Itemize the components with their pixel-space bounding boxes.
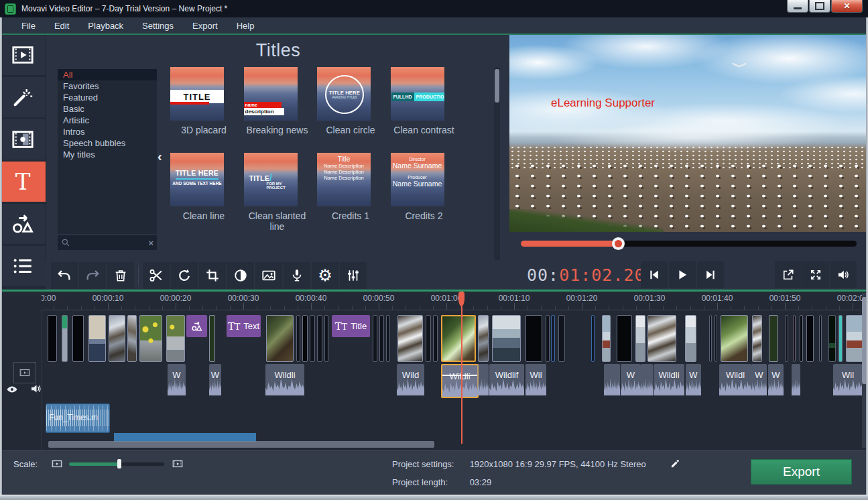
audio-segment[interactable]: Wil [525,364,546,395]
video-clip[interactable] [709,315,712,362]
sidebar-tool-track-tools[interactable] [0,246,46,286]
video-clip[interactable] [591,315,595,362]
playhead-marker[interactable] [458,292,464,306]
track-filmstrip-button[interactable] [13,362,36,383]
audio-segment[interactable]: W [621,364,641,395]
toolbar-crop-button[interactable] [199,262,226,289]
search-box[interactable]: × [58,235,157,250]
audio-segment[interactable]: W [686,364,701,395]
video-clip[interactable] [48,315,57,362]
video-clip[interactable] [302,315,308,362]
maximize-button[interactable] [809,0,830,13]
video-clip[interactable] [209,315,215,362]
selected-video-clip[interactable] [441,315,476,362]
video-clip[interactable] [324,315,328,362]
music-clip[interactable]: Fun_Times.m [46,403,110,433]
audio-segment[interactable]: W [209,364,221,395]
video-clip[interactable] [310,315,315,362]
toolbar-rotate-button[interactable] [171,262,198,289]
video-clip[interactable] [492,315,521,362]
template-card-news[interactable]: namedescriptionBreaking news [244,67,311,135]
scale-slider-handle[interactable] [117,459,121,468]
menu-item-help[interactable]: Help [227,19,264,33]
seek-handle[interactable] [612,237,625,250]
video-clip[interactable] [819,315,822,362]
seek-bar[interactable] [521,241,857,247]
video-clip[interactable] [433,315,438,362]
video-clip[interactable] [525,315,542,362]
video-clip[interactable] [127,315,137,362]
audio-segment[interactable]: Wildl [719,364,751,395]
category-intros[interactable]: Intros [58,126,157,137]
video-clip[interactable] [139,315,162,362]
track-visibility-eye-icon[interactable] [6,383,18,394]
video-clip[interactable] [296,315,300,362]
zoom-in-film-icon[interactable] [172,458,184,470]
clear-search-icon[interactable]: × [148,238,153,248]
audio-segment[interactable]: Wildli [654,364,684,395]
video-clip[interactable] [72,315,84,362]
video-clip[interactable] [166,315,185,362]
timeline-horizontal-scrollbar[interactable] [48,441,434,448]
video-clip[interactable] [752,315,762,362]
video-clip[interactable] [647,315,676,362]
category-featured[interactable]: Featured [58,92,157,103]
scale-slider[interactable] [69,462,164,466]
transport-previous-frame[interactable] [641,261,668,288]
category-favorites[interactable]: Favorites [58,80,157,92]
toolbar-image-button[interactable] [255,262,282,289]
playhead[interactable] [461,292,462,444]
template-card-line[interactable]: TITLE HEREAND SOME TEXT HEREClean line [170,153,237,221]
audio-segment[interactable] [604,364,620,395]
template-card-placard[interactable]: TITLE3D placard [170,67,237,135]
templates-scrollbar[interactable] [494,67,500,260]
title-clip-title[interactable]: TTTitle [332,315,370,337]
video-clip[interactable] [800,315,803,362]
video-clip[interactable] [266,315,294,362]
audio-segment[interactable]: Wildlif [489,364,524,395]
toolbar-gear-button[interactable]: ⚙ [312,262,338,289]
toolbar-redo-button[interactable] [79,262,106,289]
template-card-credits2[interactable]: DirectorName SurnameProducerName Surname… [391,153,458,221]
video-clip[interactable] [373,315,377,362]
export-button[interactable]: Export [751,459,852,485]
video-clip[interactable] [62,315,68,362]
toolbar-contrast-button[interactable] [227,262,254,289]
transport-play[interactable] [669,261,696,288]
video-clip[interactable] [715,315,717,362]
close-button[interactable]: ✕ [831,0,863,13]
template-card-credits1[interactable]: TitleName DescriptionName DescriptionNam… [317,153,384,221]
audio-segment[interactable]: Wil [833,364,863,395]
sticker-clip[interactable] [186,315,207,337]
template-card-circle[interactable]: TITLE HEREAMAZING TITLESClean circle [317,67,384,135]
video-clip[interactable] [551,315,555,362]
video-clip[interactable] [397,315,423,362]
audio-segment[interactable]: Wild [397,364,424,395]
sidebar-tool-media[interactable] [0,35,46,75]
video-clip[interactable] [426,315,431,362]
audio-segment[interactable]: W [168,364,186,395]
menu-item-file[interactable]: File [12,19,45,33]
edit-settings-pencil-icon[interactable] [670,458,680,468]
sidebar-tool-stickers[interactable] [0,204,46,244]
toolbar-sliders-button[interactable] [340,262,367,289]
audio-segment[interactable] [477,364,489,395]
template-card-slanted[interactable]: TITLE/FOR MY PROJECTClean slanted line [244,153,311,232]
video-clip[interactable] [317,315,322,362]
title-clip-text[interactable]: TTText [227,315,261,337]
video-clip[interactable] [793,315,796,362]
menu-item-edit[interactable]: Edit [45,19,78,33]
video-clip[interactable] [546,315,550,362]
sidebar-tool-transitions[interactable] [0,119,46,160]
template-card-contrast[interactable]: FULLHDPRODUCTIONClean contrast [391,67,458,135]
video-clip[interactable] [88,315,106,362]
video-clip[interactable] [558,315,565,362]
video-clip[interactable] [617,315,632,362]
menu-item-settings[interactable]: Settings [133,19,183,33]
video-clip[interactable] [721,315,748,362]
view-popout[interactable] [775,261,802,288]
category-artistic[interactable]: Artistic [58,115,157,126]
transport-next-frame[interactable] [697,261,724,288]
collapse-panel-icon[interactable]: ‹ [158,149,162,164]
video-clip[interactable] [828,315,836,362]
